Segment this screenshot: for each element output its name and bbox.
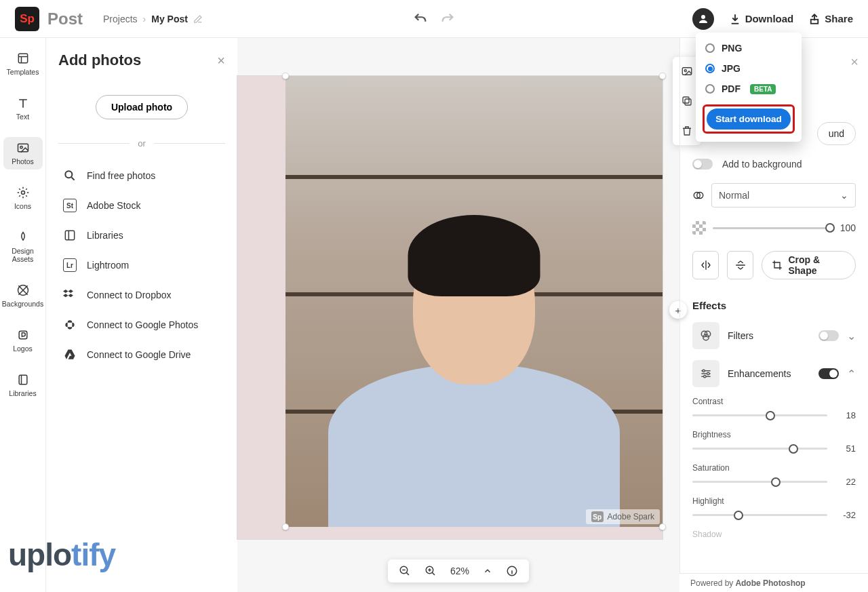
uplotify-watermark: uplotify: [8, 536, 115, 573]
radio-icon: [705, 84, 715, 94]
slider-label: Highlight: [692, 496, 856, 506]
chevron-down-icon: ⌄: [847, 330, 856, 342]
saturation-slider[interactable]: [692, 481, 827, 483]
libraries-icon: [62, 228, 77, 243]
chevron-up-icon: ⌃: [847, 368, 856, 380]
beta-badge: BETA: [750, 84, 776, 94]
slider-label: Shadow: [692, 530, 856, 539]
info-button[interactable]: [506, 565, 518, 577]
brightness-slider-row: Brightness 51: [692, 430, 856, 454]
undo-redo-group: [413, 12, 455, 26]
invite-avatar-button[interactable]: [692, 8, 714, 30]
rail-design-assets[interactable]: Design Assets: [3, 226, 43, 267]
rail-libraries[interactable]: Libraries: [3, 369, 43, 401]
source-lightroom[interactable]: Lr Lightroom: [58, 250, 225, 280]
source-google-photos[interactable]: Connect to Google Photos: [58, 310, 225, 340]
edit-title-icon[interactable]: [193, 14, 203, 24]
source-google-drive[interactable]: Connect to Google Drive: [58, 340, 225, 370]
footer-product: Adobe Photoshop: [735, 578, 805, 588]
add-to-background-toggle[interactable]: [692, 159, 713, 170]
add-to-background-row[interactable]: Add to background: [692, 159, 856, 170]
download-option-jpg[interactable]: JPG: [703, 58, 795, 79]
start-download-button[interactable]: Start download: [707, 108, 791, 130]
start-download-highlight: Start download: [703, 104, 795, 134]
chevron-down-icon: ⌄: [840, 190, 848, 201]
source-label: Lightroom: [87, 260, 129, 271]
breadcrumb-root[interactable]: Projects: [103, 14, 138, 24]
google-drive-icon: [62, 347, 77, 362]
rail-logos[interactable]: Logos: [3, 324, 43, 357]
contrast-slider[interactable]: [692, 414, 827, 416]
rail-label: Photos: [12, 157, 34, 165]
zoom-fit-button[interactable]: [483, 566, 492, 576]
svg-rect-2: [18, 54, 27, 62]
blend-mode-select[interactable]: Normal ⌄: [711, 183, 856, 208]
highlight-slider[interactable]: [692, 514, 827, 516]
enhancements-toggle[interactable]: [818, 368, 839, 379]
upload-photo-button[interactable]: Upload photo: [96, 95, 188, 119]
download-button[interactable]: Download: [729, 13, 794, 25]
photo-on-canvas[interactable]: Sp Adobe Spark: [285, 76, 663, 527]
rail-label: Logos: [13, 344, 33, 353]
adobe-spark-logo: Sp: [15, 7, 39, 31]
wm-part1: uplo: [8, 537, 71, 572]
templates-icon: [16, 52, 30, 65]
photos-icon: [16, 141, 30, 155]
source-libraries[interactable]: Libraries: [58, 220, 225, 250]
source-adobe-stock[interactable]: St Adobe Stock: [58, 191, 225, 220]
rail-backgrounds[interactable]: Backgrounds: [3, 279, 43, 312]
svg-rect-1: [811, 19, 818, 23]
source-label: Libraries: [87, 230, 123, 241]
selection-handle[interactable]: [282, 73, 289, 79]
flip-vertical-button[interactable]: [727, 251, 753, 279]
source-dropbox[interactable]: Connect to Dropbox: [58, 280, 225, 310]
libraries-icon: [16, 373, 30, 387]
opacity-slider[interactable]: [713, 227, 830, 229]
contrast-slider-row: Contrast 18: [692, 397, 856, 420]
radio-icon: [705, 43, 715, 53]
enhancements-row[interactable]: Enhancements ⌃: [692, 360, 856, 387]
svg-rect-10: [65, 231, 74, 239]
rail-templates[interactable]: Templates: [3, 47, 43, 80]
svg-point-9: [65, 171, 72, 178]
rail-icons[interactable]: Icons: [3, 182, 43, 214]
flip-horizontal-button[interactable]: [692, 251, 719, 279]
selection-handle[interactable]: [659, 73, 666, 79]
zoom-in-button[interactable]: [425, 565, 437, 577]
close-panel-button[interactable]: ×: [217, 53, 225, 68]
svg-point-4: [20, 146, 22, 149]
filters-row[interactable]: Filters ⌄: [692, 322, 856, 349]
redo-button[interactable]: [440, 12, 455, 26]
undo-button[interactable]: [413, 12, 428, 26]
share-button[interactable]: Share: [808, 13, 853, 25]
download-option-pdf[interactable]: PDF BETA: [703, 79, 795, 99]
slider-value: 18: [834, 410, 856, 420]
adobe-stock-icon: St: [62, 198, 77, 213]
slider-label: Contrast: [692, 397, 856, 406]
selection-handle[interactable]: [282, 524, 289, 530]
crop-label: Crop & Shape: [788, 254, 846, 276]
artboard[interactable]: Sp Adobe Spark +: [237, 76, 663, 539]
source-label: Connect to Dropbox: [87, 290, 172, 300]
close-right-panel-button[interactable]: ×: [850, 54, 859, 70]
text-icon: [16, 96, 30, 110]
rail-photos[interactable]: Photos: [3, 137, 43, 170]
zoom-out-button[interactable]: [399, 565, 411, 577]
svg-point-5: [21, 191, 24, 195]
crop-shape-button[interactable]: Crop & Shape: [762, 251, 856, 279]
filters-toggle[interactable]: [818, 330, 839, 341]
source-label: Connect to Google Drive: [87, 349, 191, 360]
download-option-png[interactable]: PNG: [703, 38, 795, 58]
enhancements-label: Enhancements: [728, 368, 810, 379]
zoom-value: 62%: [450, 566, 469, 576]
app-name: Post: [47, 9, 83, 28]
brightness-slider[interactable]: [692, 448, 827, 450]
source-find-free-photos[interactable]: Find free photos: [58, 161, 225, 191]
opacity-icon: [692, 221, 706, 235]
rail-text[interactable]: Text: [3, 92, 43, 125]
add-to-background-label: Add to background: [722, 159, 802, 170]
enhancements-icon: [692, 360, 719, 387]
selection-handle[interactable]: [659, 524, 666, 530]
crop-icon: [772, 260, 783, 271]
remove-background-button[interactable]: und: [817, 122, 856, 145]
